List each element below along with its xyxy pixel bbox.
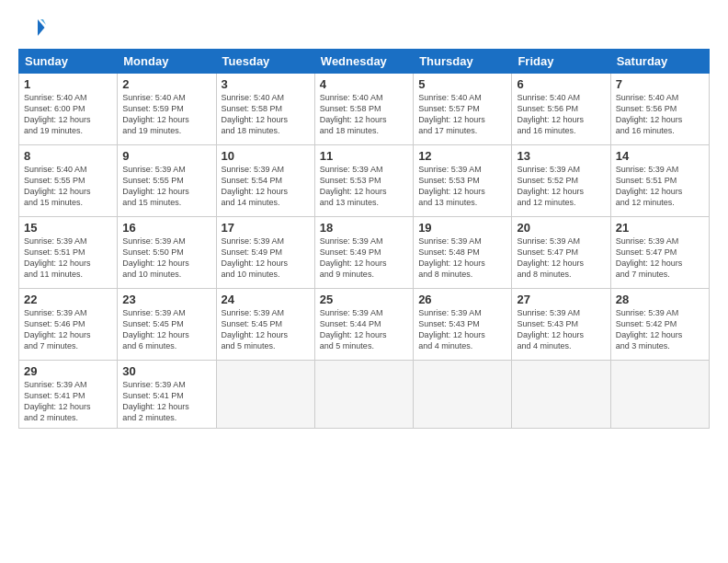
table-row: 18Sunrise: 5:39 AM Sunset: 5:49 PM Dayli…: [314, 217, 413, 289]
day-number: 22: [24, 293, 112, 306]
table-row: 29Sunrise: 5:39 AM Sunset: 5:41 PM Dayli…: [19, 361, 118, 429]
table-row: [610, 361, 709, 429]
day-info: Sunrise: 5:39 AM Sunset: 5:43 PM Dayligh…: [418, 307, 506, 352]
day-info: Sunrise: 5:39 AM Sunset: 5:50 PM Dayligh…: [122, 236, 210, 281]
day-number: 26: [418, 293, 506, 306]
day-info: Sunrise: 5:39 AM Sunset: 5:45 PM Dayligh…: [222, 307, 310, 352]
table-row: 1Sunrise: 5:40 AM Sunset: 6:00 PM Daylig…: [19, 74, 118, 145]
col-friday: Friday: [512, 50, 610, 74]
calendar-table: Sunday Monday Tuesday Wednesday Thursday…: [18, 49, 710, 429]
col-wednesday: Wednesday: [314, 50, 413, 74]
table-row: 27Sunrise: 5:39 AM Sunset: 5:43 PM Dayli…: [512, 289, 610, 361]
day-number: 27: [517, 293, 605, 306]
day-info: Sunrise: 5:39 AM Sunset: 5:46 PM Dayligh…: [24, 307, 112, 352]
day-number: 23: [122, 293, 210, 306]
week-row-1: 1Sunrise: 5:40 AM Sunset: 6:00 PM Daylig…: [19, 74, 710, 145]
table-row: [314, 361, 413, 429]
day-number: 2: [122, 77, 210, 91]
day-number: 30: [122, 364, 210, 378]
day-info: Sunrise: 5:39 AM Sunset: 5:53 PM Dayligh…: [418, 164, 506, 209]
header: [18, 14, 710, 41]
day-number: 7: [616, 77, 704, 91]
day-info: Sunrise: 5:39 AM Sunset: 5:41 PM Dayligh…: [122, 379, 210, 424]
page: Sunday Monday Tuesday Wednesday Thursday…: [0, 0, 728, 563]
table-row: [512, 361, 610, 429]
day-number: 5: [418, 77, 506, 91]
day-number: 19: [418, 221, 506, 235]
table-row: 25Sunrise: 5:39 AM Sunset: 5:44 PM Dayli…: [314, 289, 413, 361]
day-number: 11: [320, 149, 408, 163]
day-info: Sunrise: 5:39 AM Sunset: 5:49 PM Dayligh…: [222, 236, 310, 281]
week-row-2: 8Sunrise: 5:40 AM Sunset: 5:55 PM Daylig…: [19, 145, 710, 217]
day-number: 18: [320, 221, 408, 235]
day-number: 1: [24, 77, 112, 91]
day-number: 9: [122, 149, 210, 163]
day-number: 3: [222, 77, 310, 91]
day-info: Sunrise: 5:40 AM Sunset: 5:58 PM Dayligh…: [222, 92, 310, 137]
day-number: 6: [517, 77, 605, 91]
table-row: 11Sunrise: 5:39 AM Sunset: 5:53 PM Dayli…: [314, 145, 413, 217]
col-thursday: Thursday: [414, 50, 512, 74]
table-row: 30Sunrise: 5:39 AM Sunset: 5:41 PM Dayli…: [118, 361, 216, 429]
table-row: 28Sunrise: 5:39 AM Sunset: 5:42 PM Dayli…: [610, 289, 709, 361]
logo: [18, 14, 50, 41]
header-row: Sunday Monday Tuesday Wednesday Thursday…: [19, 50, 710, 74]
table-row: 22Sunrise: 5:39 AM Sunset: 5:46 PM Dayli…: [19, 289, 118, 361]
day-number: 15: [24, 221, 112, 235]
day-info: Sunrise: 5:39 AM Sunset: 5:47 PM Dayligh…: [616, 236, 704, 281]
day-number: 16: [122, 221, 210, 235]
day-info: Sunrise: 5:39 AM Sunset: 5:42 PM Dayligh…: [616, 307, 704, 352]
day-number: 17: [222, 221, 310, 235]
day-number: 13: [517, 149, 605, 163]
day-number: 8: [24, 149, 112, 163]
day-info: Sunrise: 5:39 AM Sunset: 5:47 PM Dayligh…: [517, 236, 605, 281]
day-number: 12: [418, 149, 506, 163]
table-row: 8Sunrise: 5:40 AM Sunset: 5:55 PM Daylig…: [19, 145, 118, 217]
day-info: Sunrise: 5:40 AM Sunset: 6:00 PM Dayligh…: [24, 92, 112, 137]
week-row-3: 15Sunrise: 5:39 AM Sunset: 5:51 PM Dayli…: [19, 217, 710, 289]
col-saturday: Saturday: [610, 50, 709, 74]
week-row-4: 22Sunrise: 5:39 AM Sunset: 5:46 PM Dayli…: [19, 289, 710, 361]
table-row: 12Sunrise: 5:39 AM Sunset: 5:53 PM Dayli…: [414, 145, 512, 217]
day-info: Sunrise: 5:40 AM Sunset: 5:59 PM Dayligh…: [122, 92, 210, 137]
day-info: Sunrise: 5:40 AM Sunset: 5:57 PM Dayligh…: [418, 92, 506, 137]
table-row: [414, 361, 512, 429]
col-sunday: Sunday: [19, 50, 118, 74]
day-info: Sunrise: 5:40 AM Sunset: 5:56 PM Dayligh…: [616, 92, 704, 137]
day-info: Sunrise: 5:39 AM Sunset: 5:44 PM Dayligh…: [320, 307, 408, 352]
day-number: 29: [24, 364, 112, 378]
day-number: 20: [517, 221, 605, 235]
logo-icon: [18, 14, 46, 41]
day-info: Sunrise: 5:40 AM Sunset: 5:55 PM Dayligh…: [24, 164, 112, 209]
table-row: 3Sunrise: 5:40 AM Sunset: 5:58 PM Daylig…: [216, 74, 314, 145]
table-row: 19Sunrise: 5:39 AM Sunset: 5:48 PM Dayli…: [414, 217, 512, 289]
day-number: 21: [616, 221, 704, 235]
day-number: 28: [616, 293, 704, 306]
day-info: Sunrise: 5:39 AM Sunset: 5:49 PM Dayligh…: [320, 236, 408, 281]
day-info: Sunrise: 5:39 AM Sunset: 5:51 PM Dayligh…: [24, 236, 112, 281]
table-row: 26Sunrise: 5:39 AM Sunset: 5:43 PM Dayli…: [414, 289, 512, 361]
day-info: Sunrise: 5:40 AM Sunset: 5:56 PM Dayligh…: [517, 92, 605, 137]
table-row: [216, 361, 314, 429]
day-number: 14: [616, 149, 704, 163]
day-number: 10: [222, 149, 310, 163]
day-info: Sunrise: 5:39 AM Sunset: 5:52 PM Dayligh…: [517, 164, 605, 209]
table-row: 2Sunrise: 5:40 AM Sunset: 5:59 PM Daylig…: [118, 74, 216, 145]
table-row: 20Sunrise: 5:39 AM Sunset: 5:47 PM Dayli…: [512, 217, 610, 289]
day-info: Sunrise: 5:39 AM Sunset: 5:53 PM Dayligh…: [320, 164, 408, 209]
table-row: 15Sunrise: 5:39 AM Sunset: 5:51 PM Dayli…: [19, 217, 118, 289]
day-info: Sunrise: 5:39 AM Sunset: 5:55 PM Dayligh…: [122, 164, 210, 209]
col-tuesday: Tuesday: [216, 50, 314, 74]
day-number: 24: [222, 293, 310, 306]
table-row: 13Sunrise: 5:39 AM Sunset: 5:52 PM Dayli…: [512, 145, 610, 217]
day-info: Sunrise: 5:39 AM Sunset: 5:43 PM Dayligh…: [517, 307, 605, 352]
table-row: 16Sunrise: 5:39 AM Sunset: 5:50 PM Dayli…: [118, 217, 216, 289]
day-number: 4: [320, 77, 408, 91]
table-row: 9Sunrise: 5:39 AM Sunset: 5:55 PM Daylig…: [118, 145, 216, 217]
table-row: 10Sunrise: 5:39 AM Sunset: 5:54 PM Dayli…: [216, 145, 314, 217]
week-row-5: 29Sunrise: 5:39 AM Sunset: 5:41 PM Dayli…: [19, 361, 710, 429]
day-info: Sunrise: 5:39 AM Sunset: 5:45 PM Dayligh…: [122, 307, 210, 352]
table-row: 23Sunrise: 5:39 AM Sunset: 5:45 PM Dayli…: [118, 289, 216, 361]
table-row: 17Sunrise: 5:39 AM Sunset: 5:49 PM Dayli…: [216, 217, 314, 289]
table-row: 24Sunrise: 5:39 AM Sunset: 5:45 PM Dayli…: [216, 289, 314, 361]
